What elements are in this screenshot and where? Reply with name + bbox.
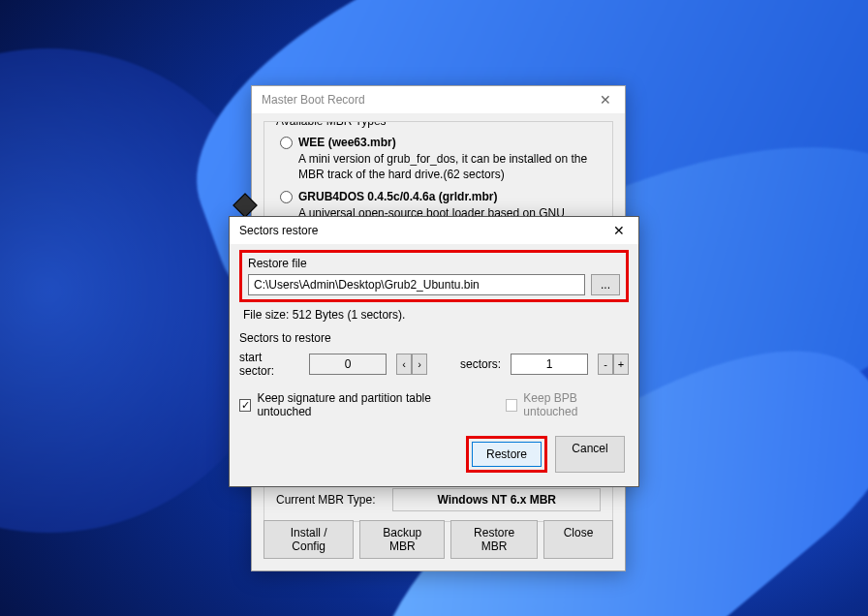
sectors-plus-button[interactable]: + [613,354,629,375]
start-sector-left-button[interactable]: ‹ [396,354,412,375]
checkbox-icon [239,399,251,412]
start-sector-label: start sector: [239,351,299,378]
radio-grub4dos-label: GRUB4DOS 0.4.5c/0.4.6a (grldr.mbr) [298,190,497,203]
keep-signature-label: Keep signature and partition table untou… [257,391,477,418]
install-config-button[interactable]: Install / Config [264,520,354,559]
restore-mbr-button[interactable]: Restore MBR [450,520,538,559]
radio-wee[interactable]: WEE (wee63.mbr) [280,136,603,149]
sectors-restore-window: Sectors restore ✕ Restore file ... File … [229,216,639,487]
keep-bpb-label: Keep BPB untouched [523,391,629,418]
checkbox-icon [506,399,517,412]
radio-wee-desc: A mini version of grub_for_dos, it can b… [298,151,603,182]
current-mbr-value: Windows NT 6.x MBR [392,488,601,511]
mbr-titlebar: Master Boot Record ✕ [252,86,625,113]
restore-file-input[interactable] [248,274,585,295]
restore-file-label: Restore file [248,257,620,270]
radio-wee-label: WEE (wee63.mbr) [298,136,396,149]
backup-mbr-button[interactable]: Backup MBR [359,520,445,559]
close-icon[interactable]: ✕ [609,223,629,238]
radio-grub4dos[interactable]: GRUB4DOS 0.4.5c/0.4.6a (grldr.mbr) [280,190,603,203]
cancel-button[interactable]: Cancel [555,436,625,473]
close-button[interactable]: Close [543,520,613,559]
start-sector-input[interactable] [309,354,387,375]
radio-icon [280,191,293,203]
sectors-title: Sectors restore [239,224,318,237]
sectors-to-restore-group: Sectors to restore start sector: ‹ › sec… [239,331,629,418]
sectors-to-restore-label: Sectors to restore [239,331,629,345]
radio-icon [280,137,293,149]
sectors-count-label: sectors: [460,357,501,371]
restore-button-highlight: Restore [466,436,547,473]
restore-file-highlight: Restore file ... [239,250,629,302]
browse-button[interactable]: ... [591,274,620,295]
sectors-count-input[interactable] [511,354,588,375]
sectors-minus-button[interactable]: - [598,354,613,375]
current-mbr-label: Current MBR Type: [276,493,375,507]
mbr-title: Master Boot Record [262,93,365,107]
group-title: Available MBR Types [272,121,390,128]
start-sector-right-button[interactable]: › [412,354,427,375]
file-size-text: File size: 512 Bytes (1 sectors). [243,308,625,322]
keep-signature-checkbox[interactable]: Keep signature and partition table untou… [239,391,477,418]
sectors-titlebar: Sectors restore ✕ [230,217,638,244]
close-icon[interactable]: ✕ [596,92,615,108]
restore-button[interactable]: Restore [472,442,542,467]
keep-bpb-checkbox: Keep BPB untouched [506,391,629,418]
